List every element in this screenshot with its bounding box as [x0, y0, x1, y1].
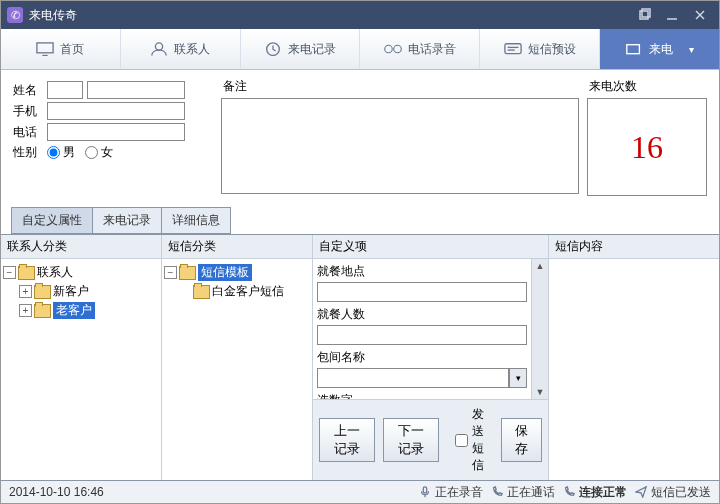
clock-icon — [264, 42, 282, 56]
tree-root-sms[interactable]: −短信模板 — [164, 263, 308, 282]
tab-home[interactable]: 首页 — [1, 29, 121, 69]
svg-point-7 — [156, 43, 163, 50]
givenname-input[interactable] — [87, 81, 185, 99]
svg-rect-5 — [37, 43, 53, 53]
app-window: ✆ 来电传奇 首页 联系人 来电记录 电话录音 短信预设 来电▾ 姓名 手机 电… — [0, 0, 720, 504]
status-time: 2014-10-10 16:46 — [9, 485, 104, 499]
svg-rect-0 — [640, 11, 648, 19]
contact-tree[interactable]: −联系人 +新客户 +老客户 — [1, 259, 161, 480]
tab-sms-preset-label: 短信预设 — [528, 41, 576, 58]
tab-incoming[interactable]: 来电▾ — [600, 29, 719, 69]
expand-icon[interactable]: + — [19, 285, 32, 298]
send-sms-checkbox[interactable]: 发送短信 — [455, 406, 493, 474]
panel-footer: 上一记录 下一记录 发送短信 保存 — [313, 399, 548, 480]
surname-input[interactable] — [47, 81, 83, 99]
tab-contacts-label: 联系人 — [174, 41, 210, 58]
send-icon — [635, 486, 647, 498]
panel-custom-fields: 自定义项 就餐地点 就餐人数 包间名称▾ 选数字▾ 预定菜品 ▲▼ 上一记录 下… — [313, 235, 549, 480]
monitor-icon — [36, 42, 54, 56]
svg-rect-11 — [505, 44, 521, 54]
folder-icon — [34, 285, 51, 299]
tab-contacts[interactable]: 联系人 — [121, 29, 241, 69]
callcount-value: 16 — [587, 98, 707, 196]
status-connected: 连接正常 — [563, 484, 627, 501]
message-icon — [504, 42, 522, 56]
sms-tree[interactable]: −短信模板 白金客户短信 — [162, 259, 312, 480]
form-left: 姓名 手机 电话 性别 男 女 — [13, 78, 213, 197]
tree-platinum-sms[interactable]: 白金客户短信 — [180, 282, 308, 301]
minimize-button[interactable] — [659, 5, 685, 25]
gender-male-radio[interactable]: 男 — [47, 144, 75, 161]
custom-fields: 就餐地点 就餐人数 包间名称▾ 选数字▾ 预定菜品 — [313, 259, 531, 399]
expand-icon[interactable]: + — [19, 304, 32, 317]
mobile-label: 手机 — [13, 103, 47, 120]
memo-label: 备注 — [223, 78, 579, 95]
panel-sms-cat: 短信分类 −短信模板 白金客户短信 — [162, 235, 313, 480]
status-recording: 正在录音 — [419, 484, 483, 501]
scroll-up-icon[interactable]: ▲ — [536, 261, 545, 271]
cf-dining-place-input[interactable] — [317, 282, 527, 302]
phone-icon — [491, 486, 503, 498]
tab-incoming-label: 来电 — [649, 41, 673, 58]
cf-room-name-input[interactable] — [317, 368, 509, 388]
phone-input[interactable] — [47, 123, 185, 141]
status-calling: 正在通话 — [491, 484, 555, 501]
panel-custom-fields-header: 自定义项 — [313, 235, 548, 259]
contact-form: 姓名 手机 电话 性别 男 女 备注 来电次数 16 — [1, 70, 719, 201]
tab-recording[interactable]: 电话录音 — [360, 29, 480, 69]
scrollbar[interactable]: ▲▼ — [531, 259, 548, 399]
tab-home-label: 首页 — [60, 41, 84, 58]
collapse-icon[interactable]: − — [164, 266, 177, 279]
svg-rect-15 — [423, 487, 426, 493]
folder-icon — [34, 304, 51, 318]
mic-icon — [419, 486, 431, 498]
restore-button[interactable] — [631, 5, 657, 25]
phone-icon — [563, 486, 575, 498]
gender-label: 性别 — [13, 144, 47, 161]
name-label: 姓名 — [13, 82, 47, 99]
tab-sms-preset[interactable]: 短信预设 — [480, 29, 600, 69]
dropdown-icon[interactable]: ▾ — [509, 368, 527, 388]
cf-room-name-label: 包间名称 — [317, 349, 527, 366]
sms-content-body[interactable] — [549, 259, 719, 480]
titlebar: ✆ 来电传奇 — [1, 1, 719, 29]
person-icon — [150, 42, 168, 56]
folder-icon — [193, 285, 210, 299]
tree-new-customer[interactable]: +新客户 — [19, 282, 157, 301]
tree-root-contacts[interactable]: −联系人 — [3, 263, 157, 282]
cf-number-label: 选数字 — [317, 392, 527, 399]
incoming-icon — [625, 42, 643, 56]
status-sms-sent: 短信已发送 — [635, 484, 711, 501]
tape-icon — [384, 42, 402, 56]
tab-call-log-label: 来电记录 — [288, 41, 336, 58]
memo-input[interactable] — [221, 98, 579, 194]
callcount-label: 来电次数 — [589, 78, 707, 95]
gender-female-radio[interactable]: 女 — [85, 144, 113, 161]
app-icon: ✆ — [7, 7, 23, 23]
cf-dining-place-label: 就餐地点 — [317, 263, 527, 280]
tab-recording-label: 电话录音 — [408, 41, 456, 58]
chevron-down-icon: ▾ — [689, 44, 694, 55]
folder-icon — [179, 266, 196, 280]
cf-party-size-input[interactable] — [317, 325, 527, 345]
subtab-custom-attr[interactable]: 自定义属性 — [11, 207, 93, 234]
mobile-input[interactable] — [47, 102, 185, 120]
subtab-details[interactable]: 详细信息 — [161, 207, 231, 234]
close-button[interactable] — [687, 5, 713, 25]
form-mid: 备注 — [221, 78, 579, 197]
save-button[interactable]: 保存 — [501, 418, 542, 462]
prev-record-button[interactable]: 上一记录 — [319, 418, 375, 462]
sub-tabs: 自定义属性 来电记录 详细信息 — [11, 207, 719, 234]
tree-old-customer[interactable]: +老客户 — [19, 301, 157, 320]
subtab-call-log[interactable]: 来电记录 — [92, 207, 162, 234]
form-right: 来电次数 16 — [587, 78, 707, 197]
status-bar: 2014-10-10 16:46 正在录音 正在通话 连接正常 短信已发送 — [1, 480, 719, 503]
tab-call-log[interactable]: 来电记录 — [241, 29, 361, 69]
window-title: 来电传奇 — [29, 7, 629, 24]
scroll-down-icon[interactable]: ▼ — [536, 387, 545, 397]
panel-sms-content-header: 短信内容 — [549, 235, 719, 259]
collapse-icon[interactable]: − — [3, 266, 16, 279]
svg-rect-1 — [642, 9, 650, 17]
next-record-button[interactable]: 下一记录 — [383, 418, 439, 462]
panel-sms-cat-header: 短信分类 — [162, 235, 312, 259]
